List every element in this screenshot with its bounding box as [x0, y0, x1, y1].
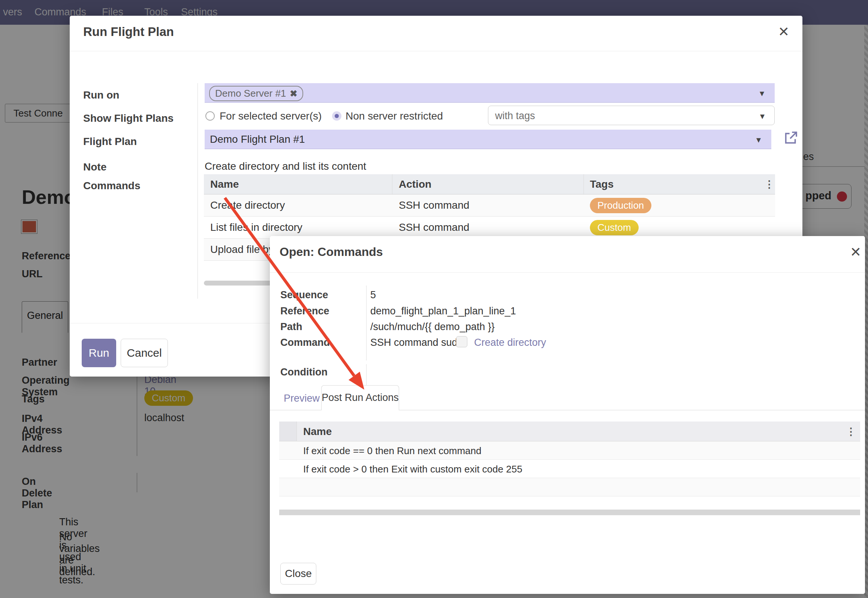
reference-value: demo_flight_plan_1_plan_line_1: [370, 305, 516, 317]
sequence-value: 5: [370, 289, 376, 301]
path-label: Path: [280, 321, 302, 333]
flight-plan-value: Demo Flight Plan #1: [210, 133, 305, 145]
modal-title: Run Flight Plan: [83, 25, 174, 39]
cell-name: List files in directory: [210, 221, 302, 233]
modal-title: Open: Commands: [280, 245, 383, 259]
run-button[interactable]: Run: [82, 339, 116, 367]
tag-production: Production: [590, 198, 651, 213]
chevron-down-icon[interactable]: ▾: [760, 88, 764, 99]
with-tags-select[interactable]: with tags ▾: [488, 106, 775, 125]
close-icon[interactable]: ✕: [850, 244, 861, 260]
horizontal-scrollbar[interactable]: [279, 510, 860, 515]
command-label: Command: [280, 337, 330, 348]
flight-plan-label: Flight Plan: [83, 136, 137, 148]
close-icon[interactable]: ✕: [778, 24, 789, 40]
table-row-empty: [279, 478, 860, 496]
radio-non-server-restricted-label[interactable]: Non server restricted: [346, 110, 443, 122]
run-on-label: Run on: [83, 89, 119, 101]
chevron-down-icon[interactable]: ▾: [760, 111, 765, 121]
cell-name: Create directory: [210, 199, 285, 211]
cell-name: If exit code == 0 then Run next command: [303, 445, 482, 457]
external-link-icon[interactable]: [783, 130, 798, 145]
radio-for-selected-servers-label[interactable]: For selected server(s): [220, 110, 322, 122]
col-tags[interactable]: Tags: [590, 178, 614, 190]
header-divider: [70, 51, 802, 51]
radio-for-selected-servers[interactable]: [205, 111, 215, 121]
select-column: [279, 422, 297, 441]
cell-name: Upload file by: [210, 244, 274, 256]
table-header-row: Name Action Tags ⋮: [204, 174, 775, 194]
tab-preview[interactable]: Preview: [284, 393, 320, 404]
cell-action: SSH command: [399, 199, 469, 211]
table-row[interactable]: If exit code > 0 then Exit with custom e…: [279, 460, 860, 478]
table-row[interactable]: If exit code == 0 then Run next command: [279, 441, 860, 460]
create-directory-link[interactable]: Create directory: [474, 337, 546, 348]
column-options-icon[interactable]: ⋮: [764, 178, 774, 190]
sudo-checkbox[interactable]: [456, 336, 467, 347]
flight-plan-select[interactable]: Demo Flight Plan #1 ▾: [205, 130, 771, 149]
command-value: SSH command sudo: [370, 337, 463, 348]
server-tag-label: Demo Server #1: [215, 88, 286, 99]
cancel-button[interactable]: Cancel: [121, 339, 168, 367]
run-on-field[interactable]: Demo Server #1✖ ▾: [205, 83, 775, 103]
label-field-divider: [198, 83, 198, 299]
cell-name: If exit code > 0 then Exit with custom e…: [303, 463, 522, 475]
screen: vers Commands Files Tools Settings Test …: [0, 0, 868, 598]
radio-non-server-restricted[interactable]: [332, 111, 341, 121]
col-action[interactable]: Action: [399, 178, 431, 190]
show-flight-plans-label: Show Flight Plans: [83, 112, 174, 124]
note-value: Create directory and list its content: [205, 160, 366, 172]
open-commands-modal: Open: Commands ✕ Sequence Reference Path…: [270, 236, 865, 594]
column-options-icon[interactable]: ⋮: [846, 426, 856, 438]
label-field-divider: [366, 286, 367, 360]
note-label: Note: [83, 161, 106, 173]
close-button[interactable]: Close: [280, 563, 316, 585]
reference-label: Reference: [280, 305, 329, 317]
col-name[interactable]: Name: [210, 178, 239, 190]
table-row[interactable]: List files in directory SSH command Cust…: [204, 217, 775, 239]
with-tags-value: with tags: [495, 110, 535, 122]
cell-action: SSH command: [399, 221, 469, 233]
header-divider: [270, 272, 865, 273]
col-name[interactable]: Name: [303, 426, 332, 438]
server-tag-token[interactable]: Demo Server #1✖: [209, 86, 303, 101]
sequence-label: Sequence: [280, 289, 328, 301]
commands-label: Commands: [83, 180, 140, 192]
condition-label: Condition: [280, 366, 328, 378]
path-value: /such/much/{{ demo_path }}: [370, 321, 495, 333]
tag-remove-icon[interactable]: ✖: [290, 88, 297, 99]
chevron-down-icon[interactable]: ▾: [756, 135, 761, 145]
post-run-actions-table: Name ⋮ If exit code == 0 then Run next c…: [279, 422, 860, 496]
table-row[interactable]: Create directory SSH command Production: [204, 194, 775, 217]
tag-custom: Custom: [590, 220, 639, 235]
table-header-row: Name ⋮: [279, 422, 860, 441]
tab-post-run-actions[interactable]: Post Run Actions: [321, 385, 399, 410]
